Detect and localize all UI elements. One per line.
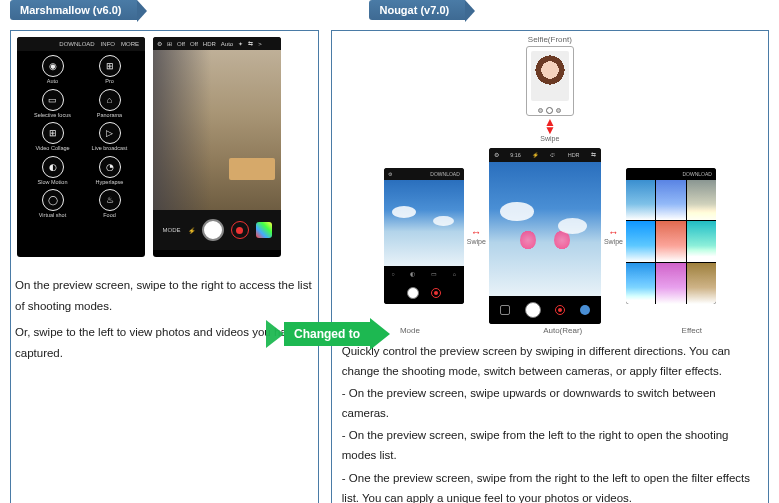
screenshot-camera-preview: ⚙⊞OffOffHDRAuto✦⇆> MODE ⚡: [153, 37, 281, 257]
camera-top-icon: Auto: [221, 41, 233, 47]
mode-item: ⌂Panorama: [84, 89, 135, 119]
camera-top-icon: ✦: [238, 40, 243, 47]
mode-label: Selective focus: [34, 113, 71, 119]
mode-label: Slow Motion: [38, 180, 68, 186]
panel-nougat: Selfie(Front) ▲▼ Swipe ⚙DOWNLOAD ○◐▭⌂ ↔: [331, 30, 769, 503]
right-desc-line: - On the preview screen, swipe upwards o…: [342, 383, 758, 423]
camera-top-icon: >: [258, 41, 262, 47]
mode-label: Food: [103, 213, 116, 219]
right-desc-line: Quickly control the preview screen by sw…: [342, 341, 758, 381]
mode-label: Panorama: [97, 113, 122, 119]
mode-item: ◐Slow Motion: [27, 156, 78, 186]
mode-icon: ◯: [42, 189, 64, 211]
mode-label: Hyperlapse: [96, 180, 124, 186]
modes-info: INFO: [101, 41, 115, 47]
mode-icon: ⊞: [42, 122, 64, 144]
mode-icon: ◐: [42, 156, 64, 178]
caption-effect: Effect: [682, 326, 702, 335]
swipe-right-indicator: ↔Swipe: [604, 226, 623, 245]
swipe-left-indicator: ↔Swipe: [467, 226, 486, 245]
mode-item: ⊞Pro: [84, 55, 135, 85]
shutter-button: [202, 219, 224, 241]
caption-auto: Auto(Rear): [543, 326, 582, 335]
camera-top-icon: Off: [190, 41, 198, 47]
mode-label: Live broadcast: [92, 146, 128, 152]
selfie-caption: Selfie(Front): [528, 35, 572, 44]
mode-icon: ⊞: [99, 55, 121, 77]
mode-icon: ♨: [99, 189, 121, 211]
mode-label: Video Collage: [35, 146, 69, 152]
right-desc-line: - On the preview screen, swipe from the …: [342, 425, 758, 465]
mode-label: Auto: [47, 79, 58, 85]
camera-top-icon: Off: [177, 41, 185, 47]
mode-icon: ▭: [42, 89, 64, 111]
mode-item: ⊞Video Collage: [27, 122, 78, 152]
screenshot-effect: DOWNLOAD: [626, 168, 716, 304]
left-desc-1: On the preview screen, swipe to the righ…: [15, 275, 314, 316]
camera-top-icon: ⊞: [167, 40, 172, 47]
mode-icon: ◔: [99, 156, 121, 178]
swipe-vertical-indicator: ▲▼ Swipe: [540, 118, 559, 142]
caption-mode: Mode: [400, 326, 420, 335]
camera-top-icon: ⇆: [248, 40, 253, 47]
changed-to-arrow: Changed to: [284, 322, 370, 346]
panel-marshmallow: DOWNLOAD INFO MORE ◉Auto⊞Pro▭Selective f…: [10, 30, 319, 503]
mode-item: ♨Food: [84, 189, 135, 219]
record-button: [231, 221, 249, 239]
screenshot-modes-grid: DOWNLOAD INFO MORE ◉Auto⊞Pro▭Selective f…: [17, 37, 145, 257]
camera-top-icon: HDR: [203, 41, 216, 47]
mode-item: ▷Live broadcast: [84, 122, 135, 152]
gallery-thumbnail: [256, 222, 272, 238]
camera-scene: [153, 50, 281, 210]
mode-item: ▭Selective focus: [27, 89, 78, 119]
tab-nougat: Nougat (v7.0): [369, 0, 465, 20]
mode-item: ◯Virtual shot: [27, 189, 78, 219]
camera-top-icon: ⚙: [157, 40, 162, 47]
tab-marshmallow: Marshmallow (v6.0): [10, 0, 137, 20]
screenshot-mode: ⚙DOWNLOAD ○◐▭⌂: [384, 168, 464, 304]
mode-icon: ⌂: [99, 89, 121, 111]
mode-icon: ◉: [42, 55, 64, 77]
mode-item: ◔Hyperlapse: [84, 156, 135, 186]
mode-label: Pro: [105, 79, 114, 85]
mode-icon: ▷: [99, 122, 121, 144]
mode-label: Virtual shot: [39, 213, 66, 219]
flash-icon: ⚡: [188, 227, 195, 234]
screenshot-auto-rear: ⚙9:16⚡⏱HDR⇆: [489, 148, 601, 324]
touch-gesture-icon: [520, 230, 570, 250]
modes-download: DOWNLOAD: [59, 41, 94, 47]
modes-more: MORE: [121, 41, 139, 47]
mode-item: ◉Auto: [27, 55, 78, 85]
screenshot-selfie: [526, 46, 574, 116]
mode-button: MODE: [163, 227, 181, 233]
right-desc-line: - One the preview screen, swipe from the…: [342, 468, 758, 503]
